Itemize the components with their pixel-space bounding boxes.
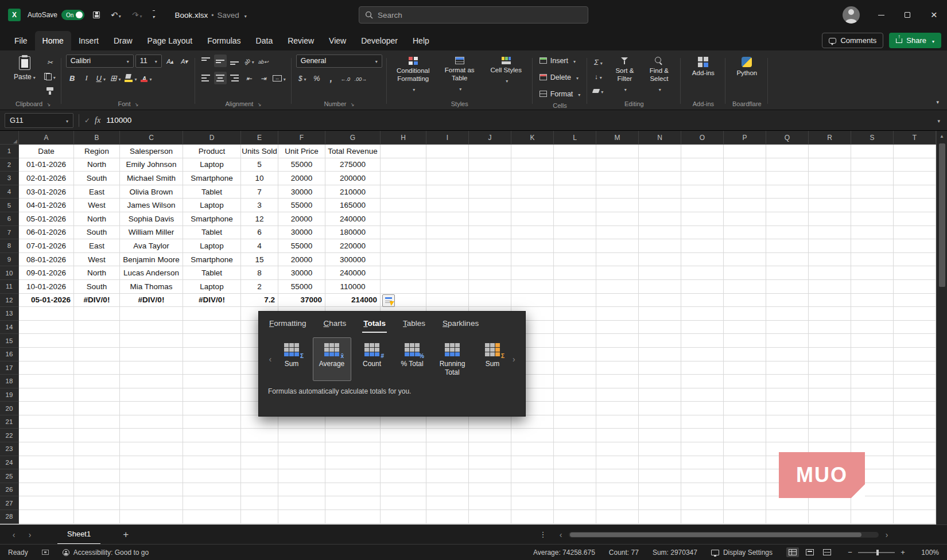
- cell-A20[interactable]: [19, 402, 74, 415]
- cell-D24[interactable]: [183, 456, 241, 470]
- cell-E12[interactable]: 7.2: [241, 294, 278, 308]
- cell-E6[interactable]: 12: [241, 212, 278, 226]
- menu-tab-page-layout[interactable]: Page Layout: [140, 31, 200, 50]
- cell-A8[interactable]: 07-01-2026: [19, 239, 74, 253]
- cell-N21[interactable]: [639, 415, 681, 429]
- cell-E23[interactable]: [241, 442, 278, 456]
- cell-Q18[interactable]: [766, 375, 809, 388]
- cell-L5[interactable]: [554, 199, 596, 212]
- cell-P22[interactable]: [724, 429, 766, 442]
- cell-T21[interactable]: [894, 415, 936, 429]
- cell-S27[interactable]: [851, 496, 894, 510]
- cell-B17[interactable]: [74, 361, 120, 375]
- cell-S10[interactable]: [851, 266, 894, 280]
- cell-H10[interactable]: [381, 266, 426, 280]
- cell-B25[interactable]: [74, 469, 120, 483]
- cell-Q8[interactable]: [766, 239, 809, 253]
- share-button[interactable]: Share: [889, 33, 941, 48]
- cell-I5[interactable]: [426, 199, 469, 212]
- cell-T17[interactable]: [894, 361, 936, 375]
- cell-C17[interactable]: [120, 361, 183, 375]
- cell-R21[interactable]: [809, 415, 851, 429]
- quick-analysis-button[interactable]: [382, 294, 395, 307]
- cell-M21[interactable]: [596, 415, 639, 429]
- row-header-19[interactable]: 19: [0, 388, 19, 402]
- column-header-O[interactable]: O: [681, 131, 724, 145]
- cell-C21[interactable]: [120, 415, 183, 429]
- cell-C16[interactable]: [120, 348, 183, 361]
- cell-K27[interactable]: [511, 496, 554, 510]
- cell-S9[interactable]: [851, 253, 894, 267]
- cell-T16[interactable]: [894, 348, 936, 361]
- cell-R15[interactable]: [809, 334, 851, 348]
- cell-B26[interactable]: [74, 483, 120, 497]
- cell-K5[interactable]: [511, 199, 554, 212]
- cell-D3[interactable]: Smartphone: [183, 172, 241, 185]
- display-settings-button[interactable]: Display Settings: [711, 549, 773, 557]
- cell-F11[interactable]: 55000: [278, 280, 325, 294]
- cell-K4[interactable]: [511, 185, 554, 199]
- hscroll-right-icon[interactable]: [883, 530, 891, 539]
- cell-D18[interactable]: [183, 375, 241, 388]
- cell-G11[interactable]: 110000: [325, 280, 381, 294]
- cell-G22[interactable]: [325, 429, 381, 442]
- cell-L25[interactable]: [554, 469, 596, 483]
- cell-L22[interactable]: [554, 429, 596, 442]
- insert-cells-button[interactable]: Insert: [537, 53, 578, 68]
- cell-J12[interactable]: [469, 294, 511, 308]
- cell-Q21[interactable]: [766, 415, 809, 429]
- cell-E21[interactable]: [241, 415, 278, 429]
- cell-T2[interactable]: [894, 158, 936, 172]
- cell-J11[interactable]: [469, 280, 511, 294]
- cell-M7[interactable]: [596, 226, 639, 240]
- row-header-5[interactable]: 5: [0, 199, 19, 212]
- cell-A11[interactable]: 10-01-2026: [19, 280, 74, 294]
- cell-O8[interactable]: [681, 239, 724, 253]
- cell-R16[interactable]: [809, 348, 851, 361]
- cell-K2[interactable]: [511, 158, 554, 172]
- user-avatar[interactable]: [843, 6, 860, 24]
- cell-A15[interactable]: [19, 334, 74, 348]
- cell-I22[interactable]: [426, 429, 469, 442]
- cell-H22[interactable]: [381, 429, 426, 442]
- cell-B13[interactable]: [74, 307, 120, 321]
- cell-B11[interactable]: South: [74, 280, 120, 294]
- cell-E27[interactable]: [241, 496, 278, 510]
- align-center-button[interactable]: [214, 72, 227, 84]
- cell-I25[interactable]: [426, 469, 469, 483]
- search-input[interactable]: [378, 11, 582, 20]
- cell-Q7[interactable]: [766, 226, 809, 240]
- column-header-T[interactable]: T: [894, 131, 936, 145]
- vertical-scrollbar[interactable]: [936, 131, 947, 524]
- cell-F6[interactable]: 20000: [278, 212, 325, 226]
- expand-formula-bar-button[interactable]: [937, 116, 940, 125]
- cell-J1[interactable]: [469, 145, 511, 158]
- cell-E11[interactable]: 2: [241, 280, 278, 294]
- cell-J27[interactable]: [469, 496, 511, 510]
- sheet-nav-left-icon[interactable]: [6, 530, 22, 539]
- column-header-Q[interactable]: Q: [766, 131, 809, 145]
- cell-B6[interactable]: North: [74, 212, 120, 226]
- zoom-out-button[interactable]: −: [847, 548, 853, 557]
- cell-Q3[interactable]: [766, 172, 809, 185]
- cell-N17[interactable]: [639, 361, 681, 375]
- cell-A1[interactable]: Date: [19, 145, 74, 158]
- cell-L14[interactable]: [554, 321, 596, 335]
- cell-O26[interactable]: [681, 483, 724, 497]
- cell-N11[interactable]: [639, 280, 681, 294]
- cell-F24[interactable]: [278, 456, 325, 470]
- cell-I1[interactable]: [426, 145, 469, 158]
- cell-D5[interactable]: Laptop: [183, 199, 241, 212]
- cell-E2[interactable]: 5: [241, 158, 278, 172]
- cut-button[interactable]: [43, 56, 57, 68]
- formula-input[interactable]: 110000: [106, 116, 131, 125]
- cell-B15[interactable]: [74, 334, 120, 348]
- cell-D6[interactable]: Smartphone: [183, 212, 241, 226]
- cell-F27[interactable]: [278, 496, 325, 510]
- cell-M22[interactable]: [596, 429, 639, 442]
- cell-L6[interactable]: [554, 212, 596, 226]
- undo-button[interactable]: [108, 8, 123, 22]
- cell-T8[interactable]: [894, 239, 936, 253]
- cell-H5[interactable]: [381, 199, 426, 212]
- cell-D20[interactable]: [183, 402, 241, 415]
